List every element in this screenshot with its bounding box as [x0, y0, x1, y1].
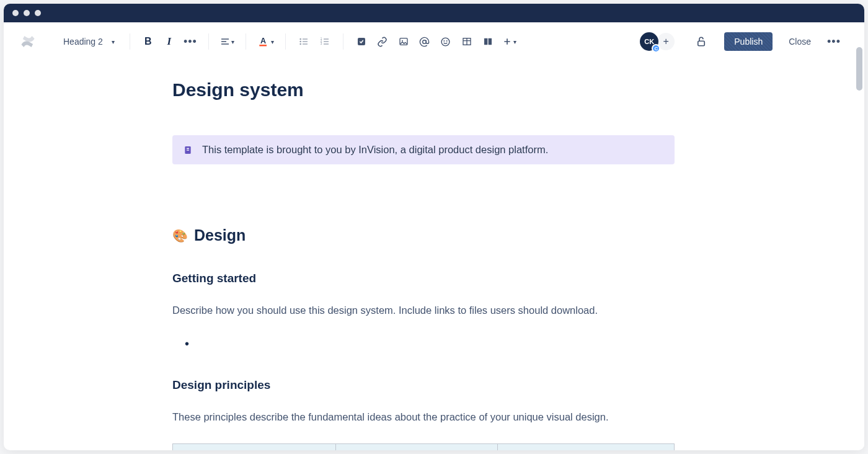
toolbar-separator [285, 33, 286, 50]
presence-badge: C [652, 44, 660, 53]
subheading-getting-started[interactable]: Getting started [172, 272, 675, 285]
toolbar-separator [130, 33, 130, 50]
layouts-button[interactable] [479, 32, 497, 51]
svg-point-19 [402, 40, 403, 42]
principles-table[interactable]: Principle one Principle two Principle th… [172, 443, 675, 451]
svg-rect-8 [303, 41, 308, 42]
link-button[interactable] [373, 32, 392, 51]
chevron-down-icon: ▾ [112, 38, 115, 45]
section-heading-design[interactable]: 🎨 Design [172, 226, 675, 244]
confluence-logo-icon [17, 31, 38, 52]
table-button[interactable] [458, 32, 476, 51]
svg-point-22 [444, 40, 445, 41]
svg-point-21 [441, 38, 450, 46]
table-header-row: Principle one Principle two Principle th… [173, 443, 675, 450]
editor-toolbar: Heading 2 ▾ B I ••• ▾ A [4, 22, 854, 61]
svg-point-23 [447, 40, 448, 41]
toolbar-separator [343, 33, 343, 50]
svg-rect-16 [324, 43, 329, 44]
traffic-maximize[interactable] [35, 10, 41, 16]
svg-rect-10 [303, 43, 308, 44]
editor-content: Heading 2 ▾ B I ••• ▾ A [4, 22, 854, 450]
section-heading-text: Design [194, 226, 246, 244]
svg-point-20 [423, 40, 427, 43]
collaborator-avatar[interactable]: CK C [640, 32, 658, 51]
table-header-cell[interactable]: Principle two [336, 443, 498, 450]
svg-text:3: 3 [320, 42, 322, 45]
svg-rect-28 [488, 38, 491, 45]
scrollbar-thumb[interactable] [856, 47, 862, 91]
svg-rect-33 [187, 148, 189, 148]
chevron-down-icon: ▾ [513, 38, 516, 45]
bullet-list-button[interactable] [294, 32, 313, 51]
svg-point-9 [299, 43, 301, 45]
insert-dropdown[interactable]: ▾ [500, 32, 519, 51]
panel-info-icon [182, 145, 193, 156]
close-label: Close [789, 37, 811, 47]
text-style-label: Heading 2 [63, 37, 103, 47]
table-header-cell[interactable]: Principle three [498, 443, 675, 450]
window-titlebar [4, 4, 864, 22]
document-body[interactable]: Design system This template is brought t… [172, 61, 675, 450]
paragraph-design-principles[interactable]: These principles describe the fundamenta… [172, 409, 675, 425]
traffic-minimize[interactable] [24, 10, 30, 16]
close-button[interactable]: Close [781, 32, 818, 51]
avatar-initials: CK [644, 38, 654, 45]
palette-emoji-icon: 🎨 [172, 228, 188, 243]
traffic-close[interactable] [12, 10, 19, 16]
info-panel[interactable]: This template is brought to you by InVis… [172, 135, 675, 164]
app-window: Heading 2 ▾ B I ••• ▾ A [4, 4, 864, 450]
toolbar-separator [208, 33, 209, 50]
numbered-list-button[interactable]: 1 2 3 [316, 32, 334, 51]
align-dropdown[interactable]: ▾ [218, 32, 237, 51]
paragraph-getting-started[interactable]: Describe how you should use this design … [172, 303, 675, 318]
info-panel-text: This template is brought to you by InVis… [202, 144, 548, 156]
restrictions-button[interactable] [692, 32, 711, 51]
svg-text:A: A [260, 37, 266, 45]
mention-button[interactable] [415, 32, 434, 51]
publish-button[interactable]: Publish [724, 32, 773, 51]
scrollbar-track[interactable] [854, 22, 864, 450]
svg-rect-4 [259, 45, 267, 47]
publish-label: Publish [734, 37, 763, 47]
svg-rect-31 [698, 41, 705, 46]
text-color-dropdown[interactable]: A ▾ [255, 32, 277, 51]
text-style-dropdown[interactable]: Heading 2 ▾ [57, 33, 121, 50]
subheading-design-principles[interactable]: Design principles [172, 378, 675, 392]
more-formatting-button[interactable]: ••• [181, 32, 200, 51]
page-title[interactable]: Design system [172, 79, 675, 100]
empty-bullet-item[interactable]: • [185, 337, 675, 351]
svg-rect-14 [324, 41, 329, 42]
svg-rect-6 [303, 38, 308, 39]
action-item-button[interactable] [352, 32, 371, 51]
chevron-down-icon: ▾ [271, 38, 274, 45]
svg-rect-27 [484, 38, 487, 45]
chevron-down-icon: ▾ [231, 38, 234, 45]
svg-rect-34 [187, 149, 189, 150]
toolbar-separator [246, 33, 246, 50]
image-button[interactable] [394, 32, 413, 51]
svg-point-5 [299, 38, 301, 40]
table-header-cell[interactable]: Principle one [173, 443, 336, 450]
bold-button[interactable]: B [139, 32, 157, 51]
svg-rect-12 [324, 38, 329, 39]
italic-button[interactable]: I [160, 32, 179, 51]
main-area: Heading 2 ▾ B I ••• ▾ A [4, 22, 864, 450]
more-actions-button[interactable]: ••• [825, 32, 843, 51]
svg-point-7 [299, 41, 301, 43]
emoji-button[interactable] [436, 32, 455, 51]
